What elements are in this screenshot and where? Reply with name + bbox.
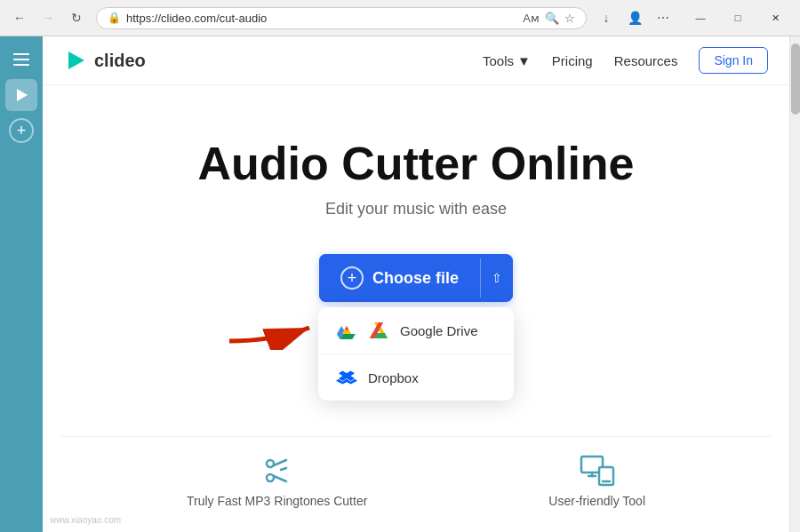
scissors-icon — [261, 455, 293, 487]
google-drive-label: Google Drive — [400, 323, 478, 338]
plus-icon: + — [340, 266, 364, 290]
scrollbar-track[interactable] — [789, 36, 800, 532]
sidebar-icon-menu[interactable] — [5, 44, 37, 75]
nav-tools[interactable]: Tools ▼ — [483, 53, 531, 68]
choose-file-label: Choose file — [372, 269, 459, 288]
star-icon: ☆ — [564, 12, 575, 25]
site-nav: clideo Tools ▼ Pricing Resources Sign In — [43, 36, 789, 85]
maximize-button[interactable]: □ — [720, 5, 756, 30]
svg-rect-0 — [13, 53, 29, 55]
sidebar-icon-active[interactable] — [5, 79, 37, 111]
choose-file-wrapper: + Choose file ⇧ — [318, 254, 514, 401]
zoom-icon: 🔍 — [545, 12, 559, 25]
choose-file-button-group: + Choose file ⇧ — [319, 254, 513, 302]
feature-1-label: Truly Fast MP3 Ringtones Cutter — [187, 494, 367, 508]
svg-rect-1 — [13, 59, 29, 60]
more-button[interactable]: ⋯ — [651, 5, 676, 30]
browser-actions: ↓ 👤 ⋯ — [594, 5, 676, 30]
logo-text: clideo — [94, 51, 146, 71]
arrow-container — [220, 306, 327, 350]
feature-2-label: User-friendly Tool — [548, 494, 645, 508]
arrow-icon — [220, 306, 327, 350]
content-area: clideo Tools ▼ Pricing Resources Sign In — [43, 36, 800, 532]
translate-icon: Aᴍ — [523, 12, 540, 25]
feature-1: Truly Fast MP3 Ringtones Cutter — [187, 455, 367, 508]
nav-links: Tools ▼ Pricing Resources Sign In — [483, 47, 768, 74]
features-section: Truly Fast MP3 Ringtones Cutter User-fri… — [60, 436, 772, 532]
upload-area: + Choose file ⇧ — [60, 254, 772, 401]
nav-pricing[interactable]: Pricing — [552, 53, 593, 68]
file-dropdown: Google Drive Dropbox — [318, 307, 514, 401]
google-drive-option[interactable]: Google Drive — [318, 307, 514, 353]
watermark: www.xiaoyao.com — [50, 515, 121, 525]
page-content: clideo Tools ▼ Pricing Resources Sign In — [43, 36, 789, 532]
back-button[interactable]: ← — [7, 5, 32, 30]
svg-line-13 — [274, 460, 286, 465]
svg-rect-2 — [13, 64, 29, 66]
minimize-button[interactable]: — — [683, 5, 718, 30]
browser-chrome: ← → ↻ 🔒 Aᴍ 🔍 ☆ ↓ 👤 ⋯ — □ ✕ — [0, 0, 800, 36]
gdrive-simple-icon — [368, 320, 389, 341]
main-layout: + clideo Tools ▼ Pricing — [0, 36, 800, 532]
hero-subtitle: Edit your music with ease — [60, 200, 772, 218]
profile-button[interactable]: 👤 — [622, 5, 647, 30]
hero-title: Audio Cutter Online — [60, 139, 772, 189]
refresh-button[interactable]: ↻ — [64, 5, 89, 30]
monitor-icon — [580, 455, 615, 487]
forward-button[interactable]: → — [36, 5, 60, 30]
window-controls: — □ ✕ — [683, 5, 793, 30]
url-input[interactable] — [126, 12, 517, 25]
sign-in-button[interactable]: Sign In — [699, 47, 768, 74]
feature-2: User-friendly Tool — [548, 455, 645, 508]
dropbox-option[interactable]: Dropbox — [318, 353, 514, 401]
nav-resources[interactable]: Resources — [614, 53, 678, 68]
scrollbar-thumb[interactable] — [791, 44, 800, 115]
chevron-down-icon: ▼ — [517, 53, 531, 68]
choose-file-chevron-button[interactable]: ⇧ — [480, 258, 513, 298]
svg-line-15 — [281, 468, 286, 470]
logo[interactable]: clideo — [64, 48, 146, 73]
google-drive-icon — [336, 320, 357, 341]
svg-marker-3 — [17, 89, 28, 101]
logo-triangle — [68, 52, 84, 69]
hero-section: Audio Cutter Online Edit your music with… — [43, 85, 789, 532]
dropbox-label: Dropbox — [368, 370, 419, 385]
browser-titlebar: ← → ↻ 🔒 Aᴍ 🔍 ☆ ↓ 👤 ⋯ — □ ✕ — [0, 0, 800, 36]
choose-file-main-button[interactable]: + Choose file — [319, 254, 480, 302]
svg-point-12 — [267, 474, 274, 481]
download-button[interactable]: ↓ — [594, 5, 619, 30]
svg-point-11 — [267, 460, 274, 467]
close-button[interactable]: ✕ — [757, 5, 793, 30]
logo-icon — [64, 48, 89, 73]
sidebar-add-button[interactable]: + — [9, 118, 34, 143]
svg-line-14 — [274, 476, 286, 481]
browser-sidebar: + — [0, 36, 43, 532]
lock-icon: 🔒 — [108, 12, 121, 24]
dropbox-icon — [336, 367, 357, 388]
address-bar: 🔒 Aᴍ 🔍 ☆ — [96, 7, 587, 29]
